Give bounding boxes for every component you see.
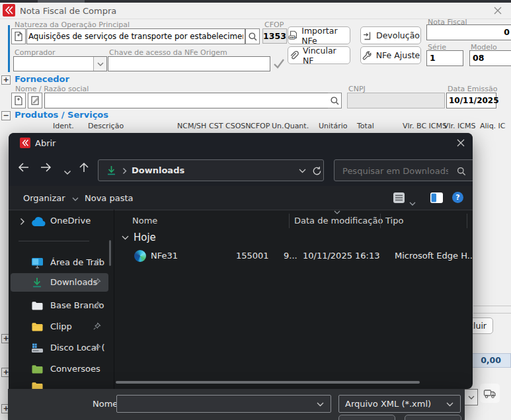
pin-icon bbox=[93, 301, 101, 310]
column-header-tipo[interactable]: Tipo bbox=[385, 216, 403, 226]
breadcrumb-chevron-icon bbox=[122, 167, 127, 175]
chevron-down-icon[interactable] bbox=[446, 402, 453, 407]
sidebar-item-base-branco[interactable]: Base Branco bbox=[9, 298, 111, 314]
col-un[interactable]: Un. bbox=[272, 122, 284, 130]
natureza-new-button[interactable] bbox=[11, 28, 26, 44]
col-descricao[interactable]: Descrição bbox=[88, 122, 124, 130]
screen: Nota Fiscal de Compra Natureza da Operaç… bbox=[0, 0, 511, 420]
fornecedor-nome-input[interactable] bbox=[44, 93, 329, 108]
chevron-right-icon[interactable] bbox=[20, 218, 25, 226]
col-total[interactable]: Total bbox=[357, 122, 374, 130]
dialog-close-icon[interactable] bbox=[455, 138, 466, 148]
col-vlr-icms[interactable]: Vlr. ICMS bbox=[444, 122, 476, 130]
col-quant[interactable]: Quant. bbox=[284, 122, 309, 130]
fornecedor-section-title[interactable]: Fornecedor bbox=[15, 74, 69, 84]
folder-white-icon bbox=[31, 301, 44, 311]
col-ident[interactable]: Ident. bbox=[53, 122, 74, 130]
view-mode-chevron-icon[interactable] bbox=[409, 196, 416, 208]
search-box[interactable] bbox=[334, 159, 473, 181]
search-input[interactable] bbox=[341, 163, 450, 179]
sidebar-item-conversoes[interactable]: Conversoes bbox=[9, 362, 111, 378]
column-separator[interactable] bbox=[467, 214, 467, 228]
main-close-icon[interactable] bbox=[492, 5, 504, 17]
filetype-dropdown[interactable]: Arquivo XML (*.xml) bbox=[338, 395, 461, 413]
panel-divider bbox=[473, 306, 511, 306]
breadcrumb-path[interactable]: Downloads bbox=[132, 165, 184, 175]
comprador-dropdown[interactable] bbox=[13, 56, 107, 71]
nota-fiscal-field[interactable]: 0 bbox=[426, 24, 511, 40]
chevron-down-icon[interactable] bbox=[317, 402, 324, 407]
chave-check-icon[interactable] bbox=[272, 56, 286, 71]
filename-combobox[interactable] bbox=[116, 395, 331, 413]
up-icon[interactable] bbox=[78, 161, 90, 176]
file-modified: 10/11/2025 16:13 bbox=[303, 251, 380, 261]
sidebar-item-partial[interactable] bbox=[9, 379, 111, 389]
importar-nfe-button[interactable]: xml Importar NFe bbox=[288, 26, 350, 44]
main-window-title: Nota Fiscal de Compra bbox=[20, 6, 116, 16]
col-unitario[interactable]: Unitário bbox=[319, 122, 347, 130]
col-vlr-bc-icms[interactable]: Vlr. BC ICMS bbox=[403, 122, 447, 130]
sidebar-item-label: Clipp bbox=[50, 321, 72, 331]
fornecedor-toggle[interactable]: + bbox=[1, 75, 11, 85]
paperclip-icon bbox=[288, 50, 299, 61]
open-button-partial[interactable] bbox=[338, 415, 395, 420]
horizontal-scrollbar[interactable] bbox=[116, 381, 420, 384]
pin-icon bbox=[93, 322, 101, 331]
filename-input[interactable] bbox=[121, 398, 309, 411]
address-dropdown-chevron-icon[interactable] bbox=[299, 169, 306, 173]
column-separator[interactable] bbox=[289, 214, 290, 228]
sidebar-item-onedrive[interactable]: OneDrive bbox=[9, 214, 111, 230]
col-cfop[interactable]: CFOP bbox=[251, 122, 270, 130]
nfe-ajuste-label: NFe Ajuste bbox=[376, 50, 420, 60]
recent-locations-chevron-icon[interactable] bbox=[63, 165, 71, 178]
file-row[interactable]: NFe31 155001 9... 10/11/2025 16:13 Micro… bbox=[114, 248, 473, 264]
fornecedor-new-button[interactable] bbox=[11, 93, 26, 108]
address-bar[interactable]: Downloads bbox=[98, 159, 324, 181]
fornecedor-search-button[interactable] bbox=[328, 93, 342, 108]
svg-text:xml: xml bbox=[290, 36, 295, 39]
drive-icon bbox=[31, 343, 44, 353]
chave-input[interactable] bbox=[108, 56, 270, 71]
dialog-titlebar bbox=[9, 133, 473, 153]
column-header-data[interactable]: Data de modificação bbox=[294, 216, 383, 226]
xml-doc-icon: xml bbox=[288, 30, 297, 41]
frete-truck-button[interactable] bbox=[480, 384, 500, 403]
sidebar-item-disco-local[interactable]: Disco Local ( bbox=[9, 341, 111, 357]
cancel-button-partial[interactable] bbox=[405, 415, 461, 420]
forward-icon[interactable] bbox=[39, 161, 52, 176]
produtos-section-title[interactable]: Produtos / Serviços bbox=[15, 110, 108, 120]
sidebar-item-desktop[interactable]: Área de Trab bbox=[9, 255, 111, 271]
natureza-input[interactable] bbox=[26, 28, 245, 44]
group-header-hoje[interactable]: Hoje bbox=[114, 230, 473, 247]
col-aliq[interactable]: Aliq. IC bbox=[480, 122, 506, 130]
col-cst[interactable]: CST bbox=[209, 122, 223, 130]
produtos-toggle[interactable]: − bbox=[1, 111, 11, 120]
nova-pasta-button[interactable]: Nova pasta bbox=[85, 193, 134, 203]
column-header-nome[interactable]: Nome bbox=[132, 216, 157, 226]
vincular-nf-button[interactable]: Vincular NF bbox=[288, 46, 350, 64]
preview-pane-button[interactable] bbox=[430, 192, 444, 206]
view-mode-button[interactable] bbox=[393, 192, 405, 206]
organizar-button[interactable]: Organizar bbox=[23, 193, 79, 203]
serie-field[interactable]: 1 bbox=[426, 50, 463, 66]
refresh-icon[interactable] bbox=[312, 166, 322, 176]
col-ncmsh[interactable]: NCM/SH bbox=[177, 122, 206, 130]
sidebar-item-label: OneDrive bbox=[50, 216, 91, 226]
partial-combobox[interactable] bbox=[463, 389, 478, 405]
column-separator[interactable] bbox=[380, 214, 381, 228]
fornecedor-edit-button[interactable] bbox=[28, 93, 42, 108]
dialog-footer: Nome: Arquivo XML (*.xml) bbox=[8, 389, 465, 420]
return-arrow-icon bbox=[362, 30, 372, 41]
sidebar-item-downloads[interactable]: Downloads bbox=[9, 275, 111, 291]
back-icon[interactable] bbox=[17, 161, 30, 176]
comprador-dropdown-button[interactable] bbox=[93, 57, 106, 71]
chevron-down-icon[interactable] bbox=[122, 235, 129, 240]
modelo-field[interactable]: 08 bbox=[469, 50, 511, 66]
natureza-search-button[interactable] bbox=[245, 28, 260, 44]
devolucao-button[interactable]: Devolução bbox=[360, 26, 421, 44]
data-emissao-field[interactable]: 10/11/2025 bbox=[446, 93, 496, 108]
sidebar-item-clipp[interactable]: Clipp bbox=[9, 319, 111, 335]
help-button[interactable]: ? bbox=[452, 192, 463, 203]
nfe-ajuste-button[interactable]: NFe Ajuste bbox=[360, 46, 421, 64]
col-csosn[interactable]: CSOSN bbox=[225, 122, 251, 130]
